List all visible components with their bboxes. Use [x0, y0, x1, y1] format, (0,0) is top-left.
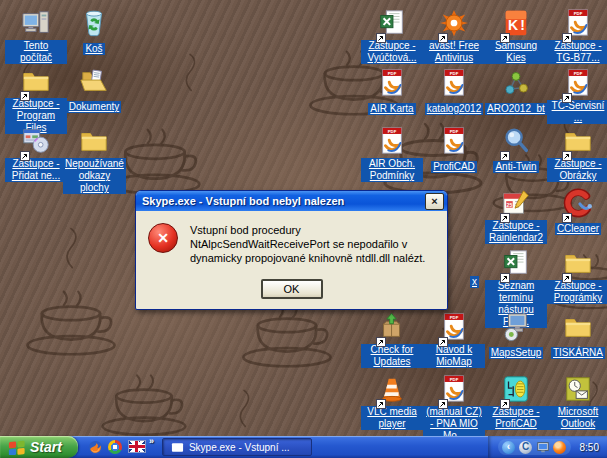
svg-text:25: 25 — [507, 202, 513, 208]
desktop-icon-label: Nepoužívané odkazy plochy — [63, 158, 126, 194]
desktop-icon-label: Zástupce - Vyúčtová... — [361, 40, 423, 64]
desktop-icon-zastupce-proficad[interactable]: Zástupce - ProfiCAD — [485, 374, 547, 431]
desktop-icon-microsoft-outlook[interactable]: Microsoft Outlook — [547, 374, 607, 431]
xp-desktop-screen: Tento počítačKošZástupce - Program Files… — [0, 0, 607, 458]
ok-button[interactable]: OK — [261, 279, 323, 299]
quick-launch-uk-flag-icon[interactable] — [128, 440, 143, 455]
shortcut-arrow-icon — [438, 395, 448, 405]
desktop-icon-tento-pocitac[interactable]: Tento počítač — [5, 8, 67, 65]
desktop-icon-zastupce-program-files[interactable]: Zástupce - Program Files — [5, 66, 67, 135]
calendar-icon: 25 — [501, 188, 531, 218]
box-update-icon — [377, 312, 407, 342]
taskbar: Start » Skype.exe - Vstupní ... ‹C 8:50 — [0, 436, 607, 458]
shortcut-arrow-icon — [562, 269, 572, 279]
pdf-icon: PDF — [439, 374, 469, 404]
desktop-icon-dokumenty[interactable]: Dokumenty — [63, 66, 125, 114]
desktop-icon-label: Dokumenty — [67, 101, 122, 113]
desktop-icon-zastupce-rainlendar2[interactable]: 25Zástupce - Rainlendar2 — [485, 188, 547, 245]
svg-text:PDF: PDF — [388, 129, 397, 134]
desktop-icon-air-karta[interactable]: PDFAIR Karta — [361, 68, 423, 116]
window-icon — [171, 441, 184, 454]
recycle-bin-icon — [79, 8, 109, 38]
desktop-icon-samsung-kies[interactable]: K!Samsung Kies — [485, 8, 547, 65]
desktop-icon-label: katalog2012 — [425, 103, 484, 115]
svg-text:PDF: PDF — [450, 377, 459, 382]
taskbar-task-button-skype-error[interactable]: Skype.exe - Vstupní ... — [162, 438, 312, 456]
desktop-icon-check-for-updates[interactable]: Check for Updates — [361, 312, 423, 369]
svg-text:PDF: PDF — [450, 71, 459, 76]
desktop-icon-label: Návod k MioMap — [423, 344, 485, 368]
shortcut-arrow-icon — [438, 29, 448, 39]
folder-icon — [563, 248, 593, 278]
windows-logo-icon — [8, 439, 26, 455]
tray-collapse-icon[interactable]: ‹ — [502, 440, 516, 454]
desktop-icon-navod-k-miomap[interactable]: PDFNávod k MioMap — [423, 312, 485, 369]
close-icon[interactable]: × — [425, 193, 444, 210]
desktop-icon-label: Samsung Kies — [485, 40, 547, 64]
steam-swirl-sketch — [178, 52, 202, 93]
shortcut-arrow-icon — [376, 29, 386, 39]
pdf-icon: PDF — [563, 68, 593, 98]
tray-avast-icon[interactable] — [553, 440, 567, 454]
partially-hidden-icon-label[interactable]: x — [470, 276, 479, 288]
desktop-icon-label: CCleaner — [555, 223, 601, 235]
taskbar-clock[interactable]: 8:50 — [580, 442, 599, 453]
desktop-icon-air-obch-podminky[interactable]: PDFAIR Obch. Podmínky — [361, 126, 423, 183]
shortcut-arrow-icon — [562, 147, 572, 157]
desktop-icon-avast-free-antivirus[interactable]: avast! Free Antivirus — [423, 8, 485, 65]
desktop-icon-zastupce-programky[interactable]: Zástupce - Prográmky — [547, 248, 607, 305]
dialog-title-bar[interactable]: Skype.exe - Vstupní bod nebyl nalezen × — [136, 191, 447, 211]
desktop-icon-kos[interactable]: Koš — [63, 8, 125, 56]
quick-launch-firefox-icon[interactable] — [88, 440, 103, 455]
desktop-icon-label: Anti-Twin — [493, 161, 538, 173]
desktop-icon-label: Koš — [83, 43, 104, 55]
tray-ccleaner-icon[interactable]: C — [519, 440, 533, 454]
desktop-icon-vlc-media-player[interactable]: VLC media player — [361, 374, 423, 431]
desktop-icon-manual-cz-pna-mio-mo[interactable]: PDF(manual CZ) - PNA MIO Mo... — [423, 374, 485, 436]
dialog-title: Skype.exe - Vstupní bod nebyl nalezen — [142, 195, 425, 207]
desktop-icon-tiskarna[interactable]: TISKÁRNA — [547, 312, 607, 360]
outlook-icon — [563, 374, 593, 404]
desktop-icon-katalog2012[interactable]: PDFkatalog2012 — [423, 68, 485, 116]
shortcut-arrow-icon — [562, 29, 572, 39]
shortcut-arrow-icon — [500, 395, 510, 405]
desktop-icon-aro2012-bt[interactable]: ARO2012_bt — [485, 68, 547, 116]
shortcut-arrow-icon — [500, 269, 510, 279]
desktop-icon-zastupce-obrazky[interactable]: Zástupce - Obrázky — [547, 126, 607, 183]
desktop-icon-nepouzivane-odkazy-plochy[interactable]: Nepoužívané odkazy plochy — [63, 126, 125, 195]
tray-display-icon[interactable] — [536, 440, 550, 454]
shortcut-arrow-icon — [562, 89, 572, 99]
quick-launch-overflow-chevron-icon[interactable]: » — [149, 436, 154, 458]
desktop-icon-anti-twin[interactable]: Anti-Twin — [485, 126, 547, 174]
desktop-icon-label: Zástupce - TG-B77... — [547, 40, 607, 64]
quick-launch-bar — [78, 436, 149, 458]
pdf-icon: PDF — [439, 126, 469, 156]
desktop-icon-label: TISKÁRNA — [551, 347, 605, 359]
desktop-icon-tc-servisni[interactable]: PDFTČ-Servisní ... — [547, 68, 607, 125]
desktop-icon-label: Microsoft Outlook — [547, 406, 607, 430]
quick-launch-chrome-icon[interactable] — [108, 440, 123, 455]
start-button[interactable]: Start — [0, 436, 78, 458]
molecule-icon — [501, 68, 531, 98]
excel-doc-icon — [501, 248, 531, 278]
ccleaner-icon — [563, 188, 593, 218]
desktop-icon-proficad[interactable]: PDFProfiCAD — [423, 126, 485, 174]
desktop-icon-zastupce-tg-b77[interactable]: PDFZástupce - TG-B77... — [547, 8, 607, 65]
desktop-icon-label: Zástupce - Rainlendar2 — [485, 220, 547, 244]
desktop-icon-label: Zástupce - ProfiCAD — [485, 406, 547, 430]
excel-doc-icon — [377, 8, 407, 38]
desktop-icon-label: avast! Free Antivirus — [423, 40, 485, 64]
dialog-message: Vstupní bod procedury NtAlpcSendWaitRece… — [190, 223, 437, 265]
pdf-icon: PDF — [439, 68, 469, 98]
shortcut-arrow-icon — [438, 333, 448, 343]
desktop-icon-zastupce-pridat-ne[interactable]: Zástupce - Přidat ne... — [5, 126, 67, 183]
svg-text:PDF: PDF — [450, 315, 459, 320]
desktop-icon-zastupce-vyuctova[interactable]: Zástupce - Vyúčtová... — [361, 8, 423, 65]
desktop-icon-ccleaner[interactable]: CCleaner — [547, 188, 607, 236]
shortcut-arrow-icon — [562, 209, 572, 219]
desktop-icon-label: (manual CZ) - PNA MIO Mo... — [423, 406, 485, 436]
desktop-icon-mapssetup[interactable]: MapsSetup — [485, 312, 547, 360]
pdf-icon: PDF — [439, 312, 469, 342]
steam-swirl-sketch — [232, 388, 256, 429]
svg-text:!: ! — [520, 17, 525, 33]
